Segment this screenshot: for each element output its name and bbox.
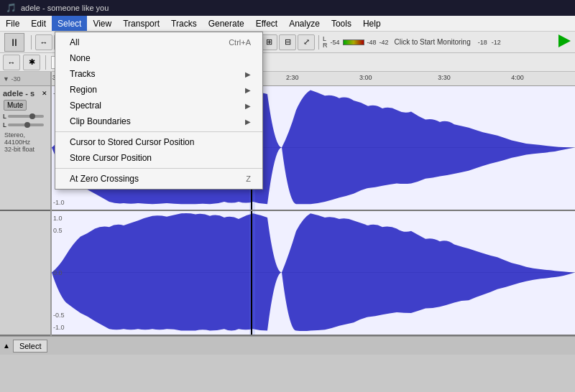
pan-slider[interactable] [8, 123, 44, 126]
volume-slider[interactable] [111, 61, 155, 64]
track-controls-top: adele - s ✕ Mute L L Stereo, 44100Hz 3 [0, 86, 50, 211]
zoom-out-button[interactable]: 🔎 [242, 34, 259, 50]
menu-help[interactable]: Help [357, 16, 387, 31]
pan-label: L [3, 121, 6, 129]
zoom-sel-button[interactable]: ⊟ [279, 34, 296, 50]
playhead-bottom [251, 211, 252, 335]
db-label-bot-n1: -1.0 [53, 324, 65, 331]
gain-slider[interactable] [8, 115, 44, 118]
envelope-tool-button[interactable]: ✱ [54, 34, 71, 50]
speaker-icon: 🔊 [229, 57, 241, 68]
vu-label-12: -12 [492, 39, 501, 46]
paste-button[interactable]: 📋 [116, 34, 134, 50]
ruler-label-top: ▼ -30 [3, 75, 20, 83]
silence-button[interactable]: ≡ [154, 34, 171, 50]
expand-icon[interactable]: ▲ [3, 342, 10, 350]
ruler-3-30: 3:30 [438, 74, 451, 81]
ruler-3-00: 3:00 [359, 74, 372, 81]
vu-label-18: -18 [478, 39, 487, 46]
vu-label-48: -48 [367, 39, 377, 46]
vu-bar-left [343, 39, 364, 45]
lr-label: LR [323, 36, 328, 49]
menu-effect[interactable]: Effect [250, 16, 283, 31]
db-label-bot-pos: 1.0 [53, 215, 63, 222]
cursor-right-button[interactable]: ✱ [23, 55, 40, 70]
sep-8 [160, 55, 160, 70]
zoom-extra-button[interactable]: ⤢ [298, 34, 315, 50]
volume-icon: 🔊 [99, 57, 110, 67]
track-info-bit: 32-bit float [4, 146, 46, 153]
ruler-2-30: 2:30 [286, 74, 299, 81]
track-info: Stereo, 44100Hz 32-bit float [3, 130, 47, 154]
waveform-top[interactable]: -0.5 -1.0 [52, 86, 575, 211]
click-to-monitor[interactable]: Click to Start Monitoring [392, 38, 474, 46]
menu-transport[interactable]: Transport [117, 16, 165, 31]
main-content: ▼ -30 adele - s ✕ Mute L L [0, 72, 575, 336]
undo-button[interactable]: ↩ [179, 34, 196, 50]
db-label-bot-05: 0.5 [53, 227, 63, 234]
track-close-icon[interactable]: ✕ [42, 90, 47, 97]
track-controls-bottom [0, 211, 50, 336]
waveform-area: 1:30 2:00 2:30 3:00 3:30 4:00 -0.5 -1.0 [52, 72, 575, 336]
app-icon: 🎵 [6, 3, 17, 13]
sep-6 [45, 55, 46, 70]
zoom-fit-button[interactable]: ⊞ [260, 34, 277, 50]
timeline-ruler: 1:30 2:00 2:30 3:00 3:30 4:00 [52, 72, 575, 86]
select-tool-button[interactable]: ↔ [35, 34, 52, 50]
playhead-top [251, 86, 252, 210]
vu-label-42: -42 [380, 39, 389, 46]
select-bottom-button[interactable]: Select [13, 340, 48, 353]
trim-button[interactable]: ⊟ [135, 34, 152, 50]
ruler-2-00: 2:00 [166, 74, 179, 81]
title-text: adele - someone like you [21, 4, 109, 12]
mute-button[interactable]: Mute [4, 100, 27, 111]
toolbar-row-2: ↔ ✱ Off Snap 🔊 44100 Hz 🔊 [0, 53, 575, 72]
menu-edit[interactable]: Edit [25, 16, 52, 31]
track-name: adele - s [3, 89, 34, 98]
cut-button[interactable]: ✂ [79, 34, 96, 50]
menu-tools[interactable]: Tools [326, 16, 357, 31]
zoom-in-button[interactable]: 🔍 [223, 34, 240, 50]
gain-label: L [3, 113, 6, 120]
cursor-left-button[interactable]: ↔ [3, 55, 20, 70]
waveform-bottom[interactable]: 1.0 0.5 0.0 -0.5 -1.0 [52, 211, 575, 336]
waveform-svg-top [52, 86, 575, 210]
titlebar: 🎵 adele - someone like you [0, 0, 575, 16]
snap-dropdown[interactable]: Off Snap [51, 56, 88, 69]
track-info-stereo: Stereo, 44100Hz [4, 131, 46, 146]
sep-3 [175, 35, 175, 50]
bottom-bar: ▲ Select [0, 336, 575, 355]
menu-select[interactable]: Select [52, 16, 87, 31]
menu-tracks[interactable]: Tracks [165, 16, 203, 31]
redo-button[interactable]: ↪ [198, 34, 215, 50]
waveform-svg-bottom [52, 211, 575, 335]
copy-button[interactable]: ⬜ [98, 34, 115, 50]
sep-4 [218, 35, 219, 50]
db-label-bot-n05: -0.5 [53, 312, 65, 319]
sep-1 [31, 35, 32, 50]
menubar: File Edit Select View Transport Tracks G… [0, 16, 575, 32]
menu-analyze[interactable]: Analyze [283, 16, 326, 31]
ruler-1-30: 1:30 [52, 74, 60, 81]
menu-file[interactable]: File [0, 16, 25, 31]
vu-label-54: -54 [331, 39, 340, 46]
pause-button[interactable]: ⏸ [9, 37, 19, 48]
svg-marker-0 [558, 34, 571, 47]
db-label-bot-0: 0.0 [53, 269, 63, 276]
db-label-top-pos: -0.5 [53, 90, 65, 97]
play-button-right[interactable] [555, 32, 572, 52]
ruler-4-00: 4:00 [511, 74, 524, 81]
sep-7 [93, 55, 94, 70]
sep-2 [75, 35, 75, 50]
toolbar-row-1: ⏸ ↔ ✱ ✂ ⬜ 📋 ⊟ ≡ ↩ ↪ 🔍 🔎 ⊞ ⊟ ⤢ LR -54 -48… [0, 32, 575, 53]
track-panel: ▼ -30 adele - s ✕ Mute L L [0, 72, 52, 336]
rate-dropdown[interactable]: 44100 Hz [165, 56, 223, 69]
db-label-top-neg: -1.0 [53, 199, 65, 206]
sep-5 [318, 35, 319, 50]
menu-view[interactable]: View [87, 16, 117, 31]
menu-generate[interactable]: Generate [203, 16, 250, 31]
